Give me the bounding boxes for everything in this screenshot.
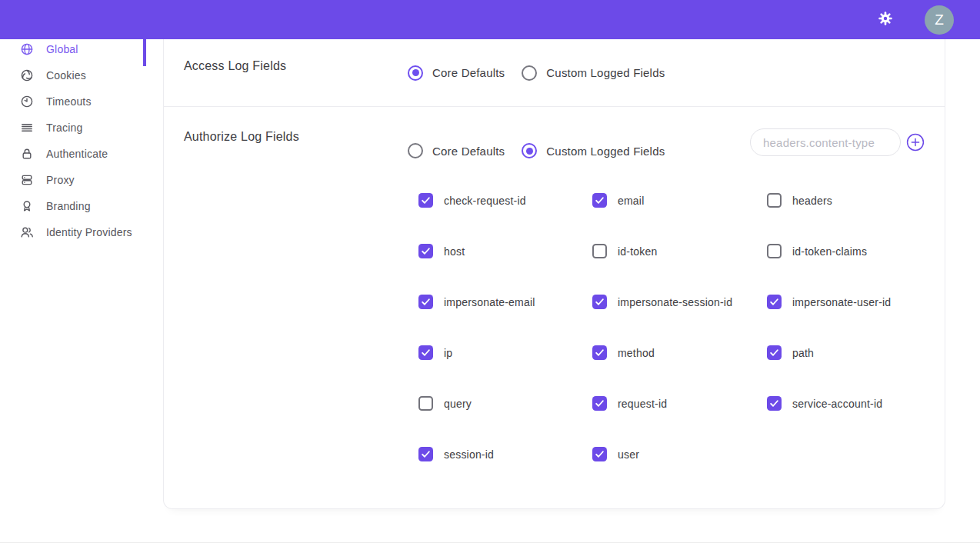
field-host[interactable]: host xyxy=(418,244,592,258)
field-impersonate-user-id[interactable]: impersonate-user-id xyxy=(767,295,891,309)
clock-icon xyxy=(20,95,34,108)
topbar: Z xyxy=(0,0,980,39)
authorize-radio-group: Core Defaults Custom Logged Fields xyxy=(408,143,665,158)
server-icon xyxy=(20,173,34,187)
checkbox-icon[interactable] xyxy=(767,244,782,258)
authorize-core-defaults-option[interactable]: Core Defaults xyxy=(408,143,505,158)
field-id-token-claims[interactable]: id-token-claims xyxy=(767,244,891,258)
plus-circle-icon xyxy=(906,133,925,152)
radio-icon[interactable] xyxy=(522,65,537,81)
checkbox-icon[interactable] xyxy=(592,193,607,208)
users-icon xyxy=(20,225,34,239)
field-user[interactable]: user xyxy=(592,447,767,461)
field-method[interactable]: method xyxy=(592,345,767,360)
checkbox-icon[interactable] xyxy=(418,447,433,461)
field-id-token[interactable]: id-token xyxy=(592,244,767,258)
checkbox-icon[interactable] xyxy=(592,447,607,461)
add-field-group xyxy=(750,128,925,156)
sidebar-item-label: Global xyxy=(46,43,78,55)
sidebar-item-proxy[interactable]: Proxy xyxy=(0,167,146,193)
sidebar-active-indicator xyxy=(143,39,146,66)
authorize-log-fields-title: Authorize Log Fields xyxy=(184,127,408,144)
checkbox-icon[interactable] xyxy=(418,295,433,309)
add-field-input[interactable] xyxy=(750,128,901,156)
field-email[interactable]: email xyxy=(592,193,767,208)
checkbox-icon[interactable] xyxy=(418,244,433,258)
checkbox-icon[interactable] xyxy=(592,295,607,309)
checkbox-icon[interactable] xyxy=(767,345,782,360)
award-icon xyxy=(20,199,34,213)
checkbox-icon[interactable] xyxy=(418,345,433,360)
app: { "topbar": { "accent_color": "#6C4AE8",… xyxy=(0,0,980,543)
sidebar-item-label: Identity Providers xyxy=(46,226,132,238)
avatar[interactable]: Z xyxy=(925,5,954,35)
checkbox-icon[interactable] xyxy=(418,396,433,411)
checkbox-icon[interactable] xyxy=(592,244,607,258)
field-session-id[interactable]: session-id xyxy=(418,447,592,461)
field-query[interactable]: query xyxy=(418,396,592,411)
authorize-log-fields-section: Authorize Log Fields Core Defaults Custo… xyxy=(164,107,945,158)
field-headers[interactable]: headers xyxy=(767,193,891,208)
access-log-fields-title: Access Log Fields xyxy=(184,59,408,73)
checkbox-icon[interactable] xyxy=(767,295,782,309)
avatar-initial: Z xyxy=(935,12,944,28)
sidebar: Global Cookies Timeouts Tracing xyxy=(0,36,146,245)
field-request-id[interactable]: request-id xyxy=(592,396,767,411)
access-core-defaults-option[interactable]: Core Defaults xyxy=(408,65,505,81)
sidebar-item-label: Timeouts xyxy=(46,95,92,108)
sidebar-item-global[interactable]: Global xyxy=(0,36,146,62)
field-path[interactable]: path xyxy=(767,345,891,360)
sidebar-item-authenticate[interactable]: Authenticate xyxy=(0,141,146,167)
sidebar-item-tracing[interactable]: Tracing xyxy=(0,115,146,141)
checkbox-icon[interactable] xyxy=(767,193,782,208)
checkbox-icon[interactable] xyxy=(592,345,607,360)
field-service-account-id[interactable]: service-account-id xyxy=(767,396,891,411)
authorize-fields-grid: check-request-id email headers host id-t… xyxy=(418,193,891,461)
checkbox-icon[interactable] xyxy=(418,193,433,208)
lock-icon xyxy=(20,147,34,161)
field-impersonate-email[interactable]: impersonate-email xyxy=(418,295,592,309)
sidebar-item-identity-providers[interactable]: Identity Providers xyxy=(0,219,146,245)
authorize-custom-logged-fields-option[interactable]: Custom Logged Fields xyxy=(522,143,665,158)
sidebar-item-label: Branding xyxy=(46,200,91,212)
access-radio-group: Core Defaults Custom Logged Fields xyxy=(408,65,665,81)
sidebar-item-timeouts[interactable]: Timeouts xyxy=(0,88,146,115)
access-custom-logged-fields-option[interactable]: Custom Logged Fields xyxy=(522,65,665,81)
checkbox-icon[interactable] xyxy=(767,396,782,411)
radio-icon[interactable] xyxy=(408,65,423,81)
sidebar-item-cookies[interactable]: Cookies xyxy=(0,62,146,88)
gear-icon xyxy=(878,11,893,29)
sidebar-item-label: Proxy xyxy=(46,174,75,186)
lines-icon xyxy=(20,121,34,135)
settings-gear-button[interactable] xyxy=(877,12,894,28)
field-impersonate-session-id[interactable]: impersonate-session-id xyxy=(592,295,767,309)
globe-icon xyxy=(20,42,34,56)
sidebar-item-branding[interactable]: Branding xyxy=(0,193,146,219)
cookie-icon xyxy=(20,68,34,82)
add-field-button[interactable] xyxy=(906,133,925,152)
access-log-fields-section: Access Log Fields Core Defaults Custom L… xyxy=(164,39,945,107)
radio-icon[interactable] xyxy=(522,143,537,158)
sidebar-item-label: Authenticate xyxy=(46,148,108,160)
radio-icon[interactable] xyxy=(408,143,423,158)
sidebar-item-label: Tracing xyxy=(46,122,83,134)
field-ip[interactable]: ip xyxy=(418,345,592,360)
settings-card: Access Log Fields Core Defaults Custom L… xyxy=(163,39,945,509)
field-check-request-id[interactable]: check-request-id xyxy=(418,193,592,208)
checkbox-icon[interactable] xyxy=(592,396,607,411)
sidebar-item-label: Cookies xyxy=(46,69,86,82)
